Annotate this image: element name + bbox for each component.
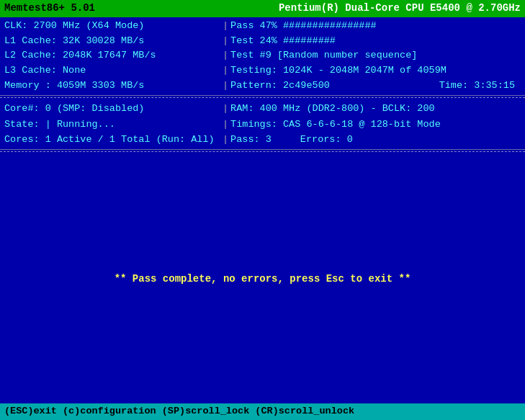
title-left: Memtest86+ 5.01 bbox=[4, 1, 95, 16]
errors-count: Errors: 0 bbox=[300, 132, 353, 148]
separator-1 bbox=[0, 97, 525, 98]
pipe5: | bbox=[223, 79, 228, 94]
bottom-bar: (ESC)exit (c)configuration (SP)scroll_lo… bbox=[0, 403, 525, 420]
l1-info: L1 Cache: 32K 30028 MB/s bbox=[4, 34, 220, 49]
info-row-l3: L3 Cache: None | Testing: 1024K - 2048M … bbox=[4, 63, 521, 79]
pattern-value: Pattern: 2c49e500 bbox=[230, 79, 330, 94]
info-row-clk: CLK: 2700 MHz (X64 Mode) | Pass 47% ####… bbox=[4, 19, 521, 34]
pipe2: | bbox=[223, 34, 228, 49]
info-section: CLK: 2700 MHz (X64 Mode) | Pass 47% ####… bbox=[0, 17, 525, 97]
core-section: Core#: 0 (SMP: Disabled) | RAM: 400 MHz … bbox=[0, 99, 525, 150]
l3-info: L3 Cache: None bbox=[4, 63, 220, 79]
info-row-l2: L2 Cache: 2048K 17647 MB/s | Test #9 [Ra… bbox=[4, 48, 521, 63]
pattern-info: Pattern: 2c49e500 Time: 3:35:15 bbox=[230, 79, 521, 94]
l2-info: L2 Cache: 2048K 17647 MB/s bbox=[4, 48, 220, 63]
memory-info: Memory : 4059M 3303 MB/s bbox=[4, 79, 220, 94]
state-info: State: | Running... bbox=[4, 117, 220, 133]
testing-info: Testing: 1024K - 2048M 2047M of 4059M bbox=[230, 63, 521, 79]
info-row-mem: Memory : 4059M 3303 MB/s | Pattern: 2c49… bbox=[4, 79, 521, 94]
ram-info: RAM: 400 MHz (DDR2-800) - BCLK: 200 bbox=[230, 101, 521, 117]
pass-info: Pass 47% ################ bbox=[230, 19, 521, 34]
core-row-2: State: | Running... | Timings: CAS 6-6-6… bbox=[4, 117, 521, 133]
pipe8: | bbox=[223, 132, 228, 148]
separator-2 bbox=[0, 151, 525, 152]
cores-info: Cores: 1 Active / 1 Total (Run: All) bbox=[4, 132, 220, 148]
core-row-3: Cores: 1 Active / 1 Total (Run: All) | P… bbox=[4, 132, 521, 148]
screen: Memtest86+ 5.01 Pentium(R) Dual-Core CPU… bbox=[0, 0, 525, 420]
pipe7: | bbox=[223, 117, 228, 133]
title-right: Pentium(R) Dual-Core CPU E5400 @ 2.70GHz bbox=[279, 1, 521, 16]
test-num-info: Test #9 [Random number sequence] bbox=[230, 48, 521, 63]
core-info: Core#: 0 (SMP: Disabled) bbox=[4, 101, 220, 117]
main-area: ** Pass complete, no errors, press Esc t… bbox=[0, 153, 525, 403]
pass-complete-message: ** Pass complete, no errors, press Esc t… bbox=[115, 273, 411, 285]
test-pct-info: Test 24% ######### bbox=[230, 34, 521, 49]
pipe3: | bbox=[223, 48, 228, 63]
pass-count: Pass: 3 bbox=[230, 132, 272, 148]
pipe4: | bbox=[223, 63, 228, 79]
clk-info: CLK: 2700 MHz (X64 Mode) bbox=[4, 19, 220, 34]
title-bar: Memtest86+ 5.01 Pentium(R) Dual-Core CPU… bbox=[0, 0, 525, 17]
pipe1: | bbox=[223, 19, 228, 34]
pipe6: | bbox=[223, 101, 228, 117]
timings-info: Timings: CAS 6-6-6-18 @ 128-bit Mode bbox=[230, 117, 521, 133]
core-row-1: Core#: 0 (SMP: Disabled) | RAM: 400 MHz … bbox=[4, 101, 521, 117]
bottom-bar-text: (ESC)exit (c)configuration (SP)scroll_lo… bbox=[4, 406, 354, 416]
time-value: Time: 3:35:15 bbox=[439, 79, 521, 94]
info-row-l1: L1 Cache: 32K 30028 MB/s | Test 24% ####… bbox=[4, 34, 521, 49]
pass-errors-info: Pass: 3 Errors: 0 bbox=[230, 132, 521, 148]
